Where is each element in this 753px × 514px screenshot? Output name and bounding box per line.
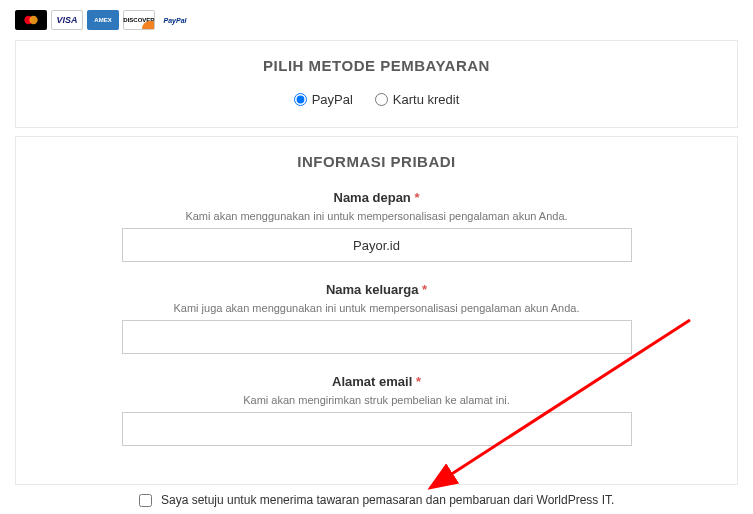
marketing-consent-row: Saya setuju untuk menerima tawaran pemas… xyxy=(15,493,738,507)
paypal-label: PayPal xyxy=(312,92,353,107)
payment-method-section: PILIH METODE PEMBAYARAN PayPal Kartu kre… xyxy=(15,40,738,128)
last-name-input[interactable] xyxy=(122,320,632,354)
email-input[interactable] xyxy=(122,412,632,446)
paypal-icon: PayPal xyxy=(159,10,191,30)
amex-icon: AMEX xyxy=(87,10,119,30)
visa-icon: VISA xyxy=(51,10,83,30)
email-field: Alamat email * Kami akan mengirimkan str… xyxy=(122,372,632,446)
paypal-option[interactable]: PayPal xyxy=(294,92,353,107)
first-name-input[interactable] xyxy=(122,228,632,262)
last-name-hint: Kami juga akan menggunakan ini untuk mem… xyxy=(122,302,632,314)
svg-point-1 xyxy=(29,16,37,24)
card-radio[interactable] xyxy=(375,93,388,106)
payment-card-icons: VISA AMEX DISCOVER PayPal xyxy=(15,10,738,30)
email-hint: Kami akan mengirimkan struk pembelian ke… xyxy=(122,394,632,406)
marketing-consent-label: Saya setuju untuk menerima tawaran pemas… xyxy=(161,493,614,507)
personal-info-section: INFORMASI PRIBADI Nama depan * Kami akan… xyxy=(15,136,738,485)
paypal-radio[interactable] xyxy=(294,93,307,106)
card-option[interactable]: Kartu kredit xyxy=(375,92,459,107)
card-label: Kartu kredit xyxy=(393,92,459,107)
last-name-field: Nama keluarga * Kami juga akan menggunak… xyxy=(122,280,632,354)
marketing-consent-checkbox[interactable] xyxy=(139,494,152,507)
first-name-hint: Kami akan menggunakan ini untuk memperso… xyxy=(122,210,632,222)
payment-method-radios: PayPal Kartu kredit xyxy=(36,92,717,107)
personal-info-title: INFORMASI PRIBADI xyxy=(36,153,717,170)
first-name-field: Nama depan * Kami akan menggunakan ini u… xyxy=(122,188,632,262)
payment-method-title: PILIH METODE PEMBAYARAN xyxy=(36,57,717,74)
mastercard-icon xyxy=(15,10,47,30)
first-name-label: Nama depan * xyxy=(334,190,420,205)
discover-icon: DISCOVER xyxy=(123,10,155,30)
last-name-label: Nama keluarga * xyxy=(326,282,427,297)
email-label: Alamat email * xyxy=(332,374,421,389)
